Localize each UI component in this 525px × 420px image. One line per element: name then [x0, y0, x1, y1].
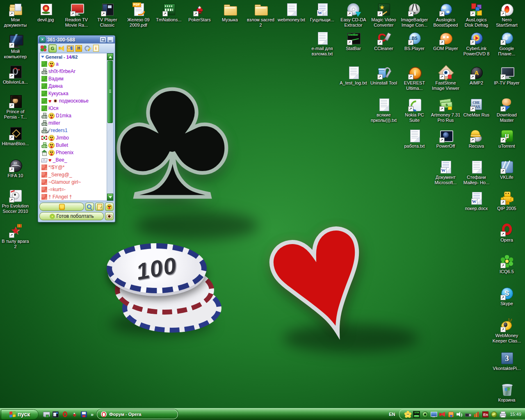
desktop-icon-43-qip2005[interactable]: ↗QIP 2005: [491, 191, 522, 211]
contact-item-15[interactable]: _Sereg@_: [40, 171, 107, 178]
desktop-icon-26-everest[interactable]: i↗EVEREST Ultima...: [399, 66, 430, 91]
contact-item-10[interactable]: Jimbo: [40, 134, 107, 142]
desktop-icon-49-recycle[interactable]: Корзина: [491, 383, 522, 403]
desktop-icon-21-gom[interactable]: ↗GOM Player: [430, 31, 461, 51]
contact-item-7[interactable]: D1mka: [40, 112, 107, 119]
contact-item-0[interactable]: a: [40, 60, 107, 68]
contact-item-16[interactable]: ~Glamour girl~: [40, 178, 107, 186]
desktop-icon-46-skype[interactable]: S↗Skype: [491, 286, 522, 306]
desktop-icon-18-statbar[interactable]: StatBar↗StatBar: [338, 31, 369, 51]
desktop-icon-8-folder[interactable]: взлом sacred 2: [245, 2, 276, 28]
desktop-icon-47-webmoney[interactable]: ↗WebMoney Keeper Clas...: [491, 318, 522, 344]
desktop-icon-30-txt[interactable]: всякие прколы))).txt: [368, 98, 399, 123]
desktop-icon-34-dm[interactable]: ↗Download Master: [491, 98, 522, 123]
tray-qip-flower-icon[interactable]: [404, 411, 411, 418]
contact-item-14[interactable]: *!$Y@*: [40, 164, 107, 171]
history-button[interactable]: H: [75, 45, 82, 52]
qip-scrollbar[interactable]: [107, 53, 113, 201]
desktop-icon-41-vklife[interactable]: ↗VKLife: [491, 160, 522, 180]
contact-item-12[interactable]: Phoenix: [40, 149, 107, 156]
desktop-icon-23-gearth[interactable]: ↗Google Плане...: [491, 31, 522, 57]
contact-item-5[interactable]: ♥подмосковье: [40, 97, 107, 105]
desktop-icon-20-bsplayer[interactable]: BS↗BS.Player: [399, 31, 430, 51]
desktop-icon-16-nero[interactable]: ↗Nero StartSmart: [491, 2, 522, 28]
start-button[interactable]: пуск: [1, 409, 39, 420]
desktop-icon-40-txt[interactable]: Стефани Майер- Но...: [461, 160, 492, 185]
desktop-icon-54-fifa[interactable]: 10↗FIFA 10: [0, 158, 31, 178]
settings-button[interactable]: [84, 45, 91, 52]
desktop-icon-56-btv[interactable]: ★↗В тылу врага 2: [0, 224, 31, 249]
qip-group-header[interactable]: General - 14/62: [40, 53, 107, 60]
desktop-icon-38-utorrent[interactable]: µ↗uTorrent: [491, 129, 522, 149]
quicklaunch-floppy-icon[interactable]: [80, 411, 87, 418]
desktop-icon-45-icq[interactable]: ↗ICQ6.5: [491, 254, 522, 274]
desktop-icon-53-hitman[interactable]: ↗HitmanBloo...: [0, 126, 31, 146]
taskbar-clock[interactable]: 15:49: [510, 412, 521, 417]
desktop-icon-25-uninstall[interactable]: ↗Uninstall Tool: [368, 66, 399, 86]
contacts-button[interactable]: [66, 45, 74, 52]
scroll-up-button[interactable]: [107, 53, 113, 60]
taskbar-overflow-chevron[interactable]: »: [91, 411, 94, 418]
desktop-icon-12-magicvideo[interactable]: ★↗Magic Video Converter: [368, 2, 399, 28]
desktop-icon-55-pes[interactable]: ↗Pro Evolution Soccer 2010: [0, 189, 31, 214]
desktop-icon-36-poweroff[interactable]: ↗PowerOff: [430, 129, 461, 149]
tray-punto-icon[interactable]: En: [482, 411, 489, 418]
desktop-icon-22-powerdvd[interactable]: ↗CyberLink PowerDVD 8: [461, 31, 492, 57]
desktop-icon-3-tvplayer[interactable]: ↗TV Player Classic: [92, 2, 123, 28]
qip-search-button[interactable]: [85, 203, 94, 211]
quicklaunch-pokerstars-icon[interactable]: ♠★: [71, 411, 78, 418]
contact-item-2[interactable]: Вадим: [40, 75, 107, 82]
qip-eye-button[interactable]: [105, 212, 114, 220]
desktop-icon-9-txt[interactable]: webmoney.txt: [276, 2, 307, 23]
desktop-icon-1-devil[interactable]: devil.jpg: [30, 2, 61, 23]
contact-item-17[interactable]: -=kurt=-: [40, 186, 107, 193]
desktop-icon-5-tmn[interactable]: ↗TmNations...: [153, 2, 184, 23]
tray-usb-icon[interactable]: [465, 411, 472, 418]
tray-printer-icon[interactable]: [499, 411, 506, 418]
desktop-icon-37-recuva[interactable]: ↗Recuva: [461, 129, 492, 149]
tray-monitor-icon[interactable]: [430, 411, 437, 418]
desktop-icon-24-txt[interactable]: A_test_log.txt: [338, 66, 369, 86]
desktop-icon-28-aimp[interactable]: A↗AIMP2: [461, 66, 492, 86]
desktop-icon-48-vk3[interactable]: 3VkontaktePi...: [491, 351, 522, 371]
desktop-icon-7-folder[interactable]: Музыка: [215, 2, 245, 23]
desktop-icon-50-mycomputer[interactable]: ↗Мой компьютер: [0, 34, 31, 59]
desktop-icon-44-opera[interactable]: ↗Opera: [491, 223, 522, 243]
qip-main-menu-button[interactable]: [39, 203, 84, 211]
desktop-icon-29-iptv[interactable]: ↗IP-TV Player: [491, 66, 522, 86]
info-button[interactable]: i: [92, 45, 100, 52]
qip-smiley-button[interactable]: [105, 203, 114, 211]
quicklaunch-opera-icon[interactable]: [62, 411, 68, 418]
desktop-icon-14-auslogics[interactable]: ↗Auslogics BoostSpeed: [430, 2, 461, 28]
desktop-icon-42-word[interactable]: Wпокер.docx: [461, 191, 492, 211]
qip-minimize-button[interactable]: [107, 37, 114, 43]
scroll-thumb[interactable]: [107, 61, 113, 123]
desktop-icon-15-defrag[interactable]: ↗AusLogics Disk Defrag: [461, 2, 492, 28]
desktop-icon-52-pop[interactable]: ↗Prince of Persia - T...: [0, 94, 31, 120]
desktop-icon-0-mydocs[interactable]: ↗Мои документы: [0, 2, 31, 28]
tray-eye-icon[interactable]: [422, 411, 429, 418]
scroll-down-button[interactable]: [107, 194, 113, 201]
qip-status-bar[interactable]: Готов поболтать: [39, 212, 104, 220]
tray-leaf-icon[interactable]: [491, 411, 498, 418]
tray-dm-box-icon[interactable]: [447, 411, 454, 418]
desktop-icon-51-oblivion[interactable]: ↗OblivionLa...: [0, 65, 31, 85]
qip-rollup-button[interactable]: [100, 37, 106, 43]
desktop-icon-19-ccleaner[interactable]: C↗CCleaner: [368, 31, 399, 51]
groups-button[interactable]: G: [48, 44, 57, 52]
desktop-icon-35-txt[interactable]: работа.txt: [399, 129, 430, 149]
desktop-icon-39-word[interactable]: WДокумент Microsoft...: [430, 160, 461, 185]
tray-volume-icon[interactable]: [456, 411, 463, 418]
desktop-icon-6-pokerstars[interactable]: ♠★↗PokerStars: [184, 2, 215, 23]
tray-horn-icon[interactable]: [439, 411, 446, 418]
language-indicator[interactable]: EN: [389, 412, 395, 417]
tray-dm-red-icon[interactable]: [473, 411, 480, 418]
sound-button[interactable]: [58, 45, 65, 52]
desktop-icon-10-word[interactable]: WГуцульщи...: [307, 2, 338, 23]
desktop-icon-32-artmoney[interactable]: $↗Artmoney 7.31 Pro Rus: [430, 98, 461, 123]
contact-item-6[interactable]: Юся: [40, 105, 107, 112]
contact-item-3[interactable]: Даяна: [40, 82, 107, 90]
desktop-icon-31-nokia[interactable]: ↗Nokia PC Suite: [399, 98, 430, 123]
contact-item-9[interactable]: reders1: [40, 127, 107, 134]
contact-item-13[interactable]: ♥_Bee_: [40, 156, 107, 164]
